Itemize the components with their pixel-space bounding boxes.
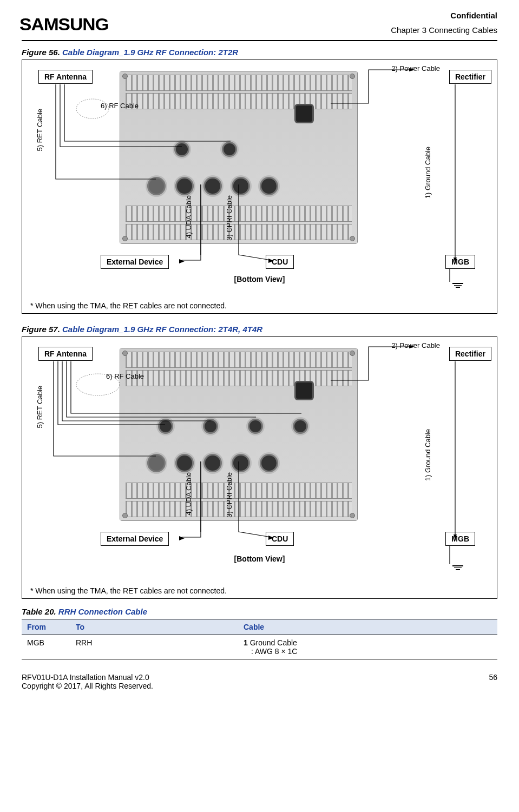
vent-bottom — [126, 501, 352, 517]
mgb-box: MGB — [445, 255, 475, 269]
cell-from: MGB — [22, 635, 70, 659]
port — [203, 177, 222, 195]
vent-bottom — [126, 224, 352, 240]
rf-cable-label: 6) RF Cable — [101, 102, 139, 110]
table-row: MGB RRH 1 Ground Cable : AWG 8 × 1C — [22, 635, 497, 659]
screw-icon — [350, 351, 355, 356]
rf-antenna-box: RF Antenna — [38, 70, 93, 84]
screw-icon — [350, 513, 355, 518]
screw-icon — [350, 236, 355, 241]
figure-57-note: * When using the TMA, the RET cables are… — [30, 586, 227, 595]
cable-number: 1 — [244, 638, 248, 647]
figure-57-label: Figure 57. — [22, 325, 60, 334]
ground-symbol-icon — [452, 564, 463, 571]
ret-cable-label: 5) RET Cable — [36, 386, 44, 428]
figure-56-diagram: RF Antenna Rectifier External Device CDU… — [22, 60, 497, 314]
uda-cable-label: 4) UDA Cable — [185, 472, 193, 515]
rf-port-row — [158, 419, 308, 434]
chapter-label: Chapter 3 Connecting Cables — [391, 25, 497, 35]
cpri-cable-label: 3) CPRI Cable — [225, 472, 233, 518]
figure-56-title: Cable Diagram_1.9 GHz RF Connection: 2T2… — [62, 48, 238, 57]
power-cable-label: 2) Power Cable — [391, 341, 440, 349]
vent-top — [126, 352, 352, 368]
port — [147, 454, 166, 472]
figure-56-label: Figure 56. — [22, 48, 60, 57]
power-cable-label: 2) Power Cable — [391, 64, 440, 72]
port — [158, 419, 173, 434]
confidential-label: Confidential — [391, 11, 497, 20]
rf-port-row — [174, 142, 237, 157]
rectifier-box: Rectifier — [449, 70, 491, 84]
page-footer: RFV01U-D1A Installation Manual v2.0 Copy… — [22, 673, 497, 690]
mgb-box: MGB — [445, 532, 475, 546]
port — [260, 454, 278, 472]
port — [175, 454, 194, 472]
port — [174, 142, 189, 157]
rrh-connection-table: From To Cable MGB RRH 1 Ground Cable : A… — [22, 619, 497, 659]
manual-version: RFV01U-D1A Installation Manual v2.0 — [22, 673, 153, 682]
ground-cable-label: 1) Ground Cable — [424, 147, 432, 199]
ret-cable-label: 5) RET Cable — [36, 109, 44, 151]
lower-port-row — [147, 454, 278, 472]
cell-to: RRH — [70, 635, 238, 659]
copyright: Copyright © 2017, All Rights Reserved. — [22, 682, 153, 690]
col-to: To — [70, 619, 238, 635]
rf-cable-label: 6) RF Cable — [106, 372, 144, 380]
bottom-view-label: [Bottom View] — [234, 554, 285, 563]
vent-row — [126, 206, 352, 222]
cdu-box: CDU — [266, 532, 294, 546]
rf-antenna-box: RF Antenna — [38, 347, 93, 361]
figure-57-title: Cable Diagram_1.9 GHz RF Connection: 2T4… — [62, 325, 262, 334]
figure-57-caption: Figure 57. Cable Diagram_1.9 GHz RF Conn… — [22, 325, 497, 334]
rectifier-box: Rectifier — [449, 347, 491, 361]
port — [232, 177, 250, 195]
port — [222, 142, 237, 157]
cpri-cable-label: 3) CPRI Cable — [225, 195, 233, 241]
port — [203, 419, 218, 434]
cable-name: Ground Cable — [250, 638, 297, 647]
col-cable: Cable — [238, 619, 497, 635]
lower-port-row — [147, 177, 278, 195]
table-20-title: RRH Connection Cable — [58, 607, 147, 616]
cell-cable: 1 Ground Cable : AWG 8 × 1C — [238, 635, 497, 659]
svg-marker-1 — [179, 259, 185, 263]
page-number: 56 — [489, 673, 497, 690]
device-panel-inner — [120, 71, 357, 243]
uda-cable-label: 4) UDA Cable — [185, 195, 193, 238]
port — [248, 419, 263, 434]
footer-left: RFV01U-D1A Installation Manual v2.0 Copy… — [22, 673, 153, 690]
external-device-box: External Device — [101, 255, 169, 269]
screw-icon — [122, 74, 128, 79]
port — [260, 177, 278, 195]
device-panel — [120, 71, 358, 244]
figure-56-note: * When using the TMA, the RET cables are… — [30, 301, 227, 310]
ground-symbol-icon — [452, 282, 463, 289]
external-device-box: External Device — [101, 532, 169, 546]
col-from: From — [22, 619, 70, 635]
power-port — [294, 381, 314, 400]
bottom-view-label: [Bottom View] — [234, 275, 285, 283]
figure-57-diagram: RF Antenna Rectifier External Device CDU… — [22, 336, 497, 599]
table-20-caption: Table 20. RRH Connection Cable — [22, 607, 497, 616]
cdu-box: CDU — [266, 255, 294, 269]
vent-row — [126, 370, 352, 386]
screw-icon — [122, 513, 128, 518]
power-port — [294, 104, 314, 123]
port — [293, 419, 308, 434]
figure-56-caption: Figure 56. Cable Diagram_1.9 GHz RF Conn… — [22, 48, 497, 57]
screw-icon — [122, 351, 128, 356]
port — [203, 454, 222, 472]
vent-row — [126, 93, 352, 109]
page-header: SAMSUNG Confidential Chapter 3 Connectin… — [22, 11, 497, 41]
port — [232, 454, 250, 472]
header-right: Confidential Chapter 3 Connecting Cables — [391, 11, 497, 35]
device-panel-inner — [120, 348, 357, 520]
ground-cable-label: 1) Ground Cable — [424, 429, 432, 481]
screw-icon — [350, 74, 355, 79]
table-20-label: Table 20. — [22, 607, 56, 616]
brand-logo: SAMSUNG — [19, 15, 108, 35]
table-header-row: From To Cable — [22, 619, 497, 635]
port — [175, 177, 194, 195]
cable-spec: : AWG 8 × 1C — [244, 647, 297, 656]
vent-top — [126, 75, 352, 91]
